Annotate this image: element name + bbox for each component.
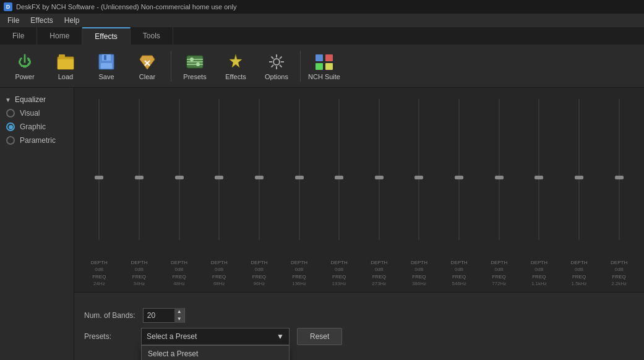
- svg-rect-25: [316, 63, 323, 70]
- nch-suite-label: NCH Suite: [308, 73, 340, 80]
- eq-band-0: DEPTH 0dB FREQ 24Hz: [79, 93, 119, 287]
- reset-button[interactable]: Reset: [297, 328, 342, 345]
- slider-handle-13[interactable]: [615, 176, 624, 179]
- radio-graphic: [6, 122, 15, 131]
- preset-container: Select a Preset ▼ Select a Preset Band P…: [141, 328, 342, 345]
- vertical-line-2: [179, 99, 179, 240]
- radio-visual: [6, 109, 15, 118]
- clear-button[interactable]: Clear: [127, 48, 167, 85]
- option-graphic-label: Graphic: [20, 122, 46, 131]
- slider-handle-4[interactable]: [255, 176, 264, 179]
- vertical-line-13: [619, 99, 619, 240]
- band-labels-4: DEPTH 0dB FREQ 96Hz: [251, 260, 267, 287]
- svg-rect-2: [59, 54, 65, 58]
- band-labels-12: DEPTH 0dB FREQ 1.5kHz: [570, 260, 587, 287]
- num-bands-up[interactable]: ▲: [174, 308, 184, 315]
- tab-effects[interactable]: Effects: [82, 27, 130, 45]
- slider-track-8: [399, 93, 439, 259]
- band-labels-11: DEPTH 0dB FREQ 1.1kHz: [531, 260, 547, 287]
- slider-handle-12[interactable]: [575, 176, 583, 179]
- title-bar: D DeskFX by NCH Software - (Unlicensed) …: [0, 0, 644, 14]
- tab-file[interactable]: File: [0, 27, 37, 45]
- eq-band-10: DEPTH 0dB FREQ 772Hz: [479, 93, 519, 287]
- slider-track-13: [599, 93, 639, 259]
- toolbar-sep-1: [171, 51, 171, 82]
- save-icon: [97, 52, 116, 72]
- slider-track-4: [239, 93, 280, 259]
- effects-button[interactable]: Effects: [216, 48, 255, 85]
- option-graphic[interactable]: Graphic: [0, 120, 74, 134]
- tab-tools[interactable]: Tools: [131, 27, 173, 45]
- svg-rect-6: [101, 63, 112, 69]
- option-parametric[interactable]: Parametric: [0, 134, 74, 147]
- slider-handle-6[interactable]: [335, 176, 343, 179]
- slider-handle-3[interactable]: [215, 176, 223, 179]
- menu-effects[interactable]: Effects: [25, 15, 58, 26]
- options-icon: [267, 52, 286, 72]
- slider-handle-5[interactable]: [295, 176, 304, 179]
- menu-help[interactable]: Help: [59, 15, 85, 26]
- save-label: Save: [98, 73, 114, 80]
- eq-band-8: DEPTH 0dB FREQ 386Hz: [399, 93, 439, 287]
- svg-rect-24: [325, 54, 333, 61]
- tab-home[interactable]: Home: [37, 27, 82, 45]
- svg-rect-26: [325, 63, 333, 70]
- right-section: DEPTH 0dB FREQ 24Hz DEPTH 0dB FREQ 34Hz: [74, 88, 644, 360]
- eq-band-12: DEPTH 0dB FREQ 1.5kHz: [559, 93, 599, 287]
- section-label: Equalizer: [15, 95, 46, 104]
- eq-sliders-area: DEPTH 0dB FREQ 24Hz DEPTH 0dB FREQ 34Hz: [74, 88, 644, 292]
- slider-handle-0[interactable]: [95, 176, 103, 179]
- eq-band-3: DEPTH 0dB FREQ 68Hz: [199, 93, 239, 287]
- band-labels-8: DEPTH 0dB FREQ 386Hz: [411, 260, 427, 287]
- save-button[interactable]: Save: [87, 48, 126, 85]
- num-bands-label: Num. of Bands:: [84, 311, 135, 320]
- eq-band-7: DEPTH 0dB FREQ 273Hz: [359, 93, 399, 287]
- svg-rect-1: [58, 59, 74, 69]
- nch-suite-icon: [314, 52, 334, 72]
- eq-band-1: DEPTH 0dB FREQ 34Hz: [119, 93, 160, 287]
- eq-band-13: DEPTH 0dB FREQ 2.2kHz: [599, 93, 639, 287]
- options-label: Options: [265, 73, 288, 80]
- nch-suite-button[interactable]: NCH Suite: [304, 48, 344, 85]
- preset-select-button[interactable]: Select a Preset ▼: [141, 328, 290, 345]
- option-visual[interactable]: Visual: [0, 106, 74, 120]
- effects-label: Effects: [225, 73, 246, 80]
- vertical-line-3: [219, 99, 220, 240]
- band-labels-1: DEPTH 0dB FREQ 34Hz: [131, 260, 147, 287]
- options-button[interactable]: Options: [257, 48, 296, 85]
- num-bands-input[interactable]: [144, 310, 174, 321]
- title-text: DeskFX by NCH Software - (Unlicensed) No…: [16, 3, 236, 11]
- menu-bar: File Effects Help: [0, 14, 644, 27]
- menu-file[interactable]: File: [2, 15, 24, 26]
- slider-track-0: [79, 93, 119, 259]
- presets-button[interactable]: Presets: [175, 48, 215, 85]
- num-bands-down[interactable]: ▼: [174, 315, 184, 323]
- slider-handle-8[interactable]: [414, 176, 423, 179]
- slider-handle-9[interactable]: [455, 176, 463, 179]
- svg-rect-5: [104, 55, 106, 60]
- collapse-triangle[interactable]: ▼: [5, 96, 11, 103]
- svg-line-20: [280, 65, 282, 67]
- svg-rect-23: [316, 54, 323, 61]
- power-button[interactable]: ⏻ Power: [5, 48, 45, 85]
- band-labels-7: DEPTH 0dB FREQ 273Hz: [371, 260, 387, 287]
- slider-handle-11[interactable]: [535, 176, 543, 179]
- svg-point-14: [273, 59, 280, 65]
- band-labels-6: DEPTH 0dB FREQ 193Hz: [331, 260, 348, 287]
- vertical-line-11: [539, 99, 539, 240]
- slider-handle-10[interactable]: [495, 176, 504, 179]
- load-button[interactable]: Load: [46, 48, 85, 85]
- main-area: ▼ Equalizer Visual Graphic Parametric: [0, 88, 644, 360]
- vertical-line-8: [419, 99, 419, 240]
- clear-icon: [137, 52, 157, 72]
- band-labels-13: DEPTH 0dB FREQ 2.2kHz: [611, 260, 627, 287]
- band-labels-3: DEPTH 0dB FREQ 68Hz: [211, 260, 228, 287]
- vertical-line-10: [499, 99, 499, 240]
- slider-track-2: [159, 93, 199, 259]
- dropdown-item-select-preset[interactable]: Select a Preset: [142, 346, 289, 361]
- slider-handle-7[interactable]: [375, 176, 384, 179]
- left-panel: ▼ Equalizer Visual Graphic Parametric: [0, 88, 74, 360]
- slider-handle-1[interactable]: [135, 176, 144, 179]
- slider-handle-2[interactable]: [175, 176, 184, 179]
- eq-bands-container: DEPTH 0dB FREQ 24Hz DEPTH 0dB FREQ 34Hz: [79, 93, 639, 287]
